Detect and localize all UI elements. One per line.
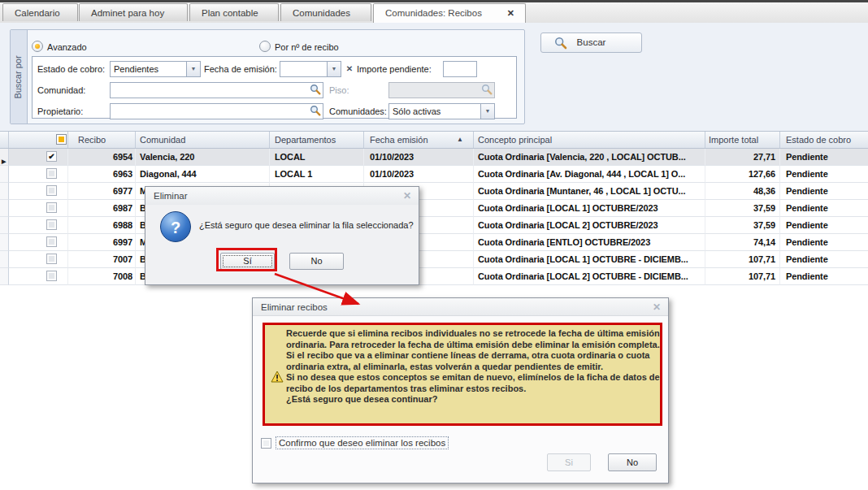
table-row[interactable]: 7008B01/10/2023Cuota Ordinaria [LOCAL 2]… xyxy=(0,268,868,285)
cell-estado: Pendiente xyxy=(780,166,868,183)
cell-estado: Pendiente xyxy=(780,268,868,285)
table-row[interactable]: 6997M01/10/2023Cuota Ordinaria [ENTLO] O… xyxy=(0,234,868,251)
row-checkbox[interactable] xyxy=(46,219,57,230)
chevron-down-icon[interactable]: ▼ xyxy=(480,104,494,119)
row-indicator-cell: ▶ xyxy=(0,149,9,166)
row-checkbox[interactable] xyxy=(46,185,57,196)
tab-calendario[interactable]: Calendario xyxy=(2,3,78,21)
cell-estado: Pendiente xyxy=(780,200,868,217)
radio-selected-icon[interactable] xyxy=(32,41,43,52)
cell-recibo: 6963 xyxy=(68,166,136,183)
header-departamentos[interactable]: Departamentos xyxy=(270,132,364,148)
radio-por-numero-label: Por nº de recibo xyxy=(275,42,339,52)
cell-concepto: Cuota Ordinaria [LOCAL 1] OCTUBRE - DICI… xyxy=(474,251,705,268)
radio-unselected-icon[interactable] xyxy=(259,41,271,52)
row-checkbox[interactable] xyxy=(46,168,57,179)
importe-pendiente-label: Importe pendiente: xyxy=(357,61,432,77)
select-all-checkbox-icon[interactable] xyxy=(56,134,67,145)
row-checkbox-cell[interactable] xyxy=(9,200,68,217)
clear-date-icon[interactable]: ✕ xyxy=(344,63,355,76)
comunidad-label: Comunidad: xyxy=(37,82,85,98)
buscar-button-label: Buscar xyxy=(577,37,606,47)
header-importe[interactable]: Importe total xyxy=(705,132,780,148)
row-checkbox-cell[interactable] xyxy=(9,251,68,268)
buscar-button[interactable]: Buscar xyxy=(540,33,642,53)
no-button[interactable]: No xyxy=(608,453,657,471)
row-checkbox-cell[interactable] xyxy=(9,183,68,200)
header-comunidad[interactable]: Comunidad xyxy=(136,132,270,148)
warning-paragraph: Si no desea que estos conceptos se emita… xyxy=(286,372,660,394)
cell-estado: Pendiente xyxy=(780,183,868,200)
propietario-input[interactable] xyxy=(110,103,323,119)
table-row[interactable]: 6977M01/10/2023Cuota Ordinaria [Muntaner… xyxy=(0,183,868,200)
search-group-label: Buscar por xyxy=(13,55,23,98)
eliminar-recibos-titlebar[interactable]: Eliminar recibos xyxy=(253,298,668,316)
tab-comunidades-recibos[interactable]: Comunidades: Recibos✕ xyxy=(373,3,526,23)
radio-por-numero[interactable]: Por nº de recibo xyxy=(259,41,339,52)
tab-adminet-para-hoy[interactable]: Adminet para hoy xyxy=(79,3,188,21)
cell-estado: Pendiente xyxy=(780,251,868,268)
row-checkbox[interactable] xyxy=(46,236,57,247)
si-button-disabled[interactable]: Si xyxy=(547,453,591,471)
importe-pendiente-input[interactable] xyxy=(443,61,477,77)
confirm-checkbox[interactable] xyxy=(261,438,271,449)
cell-importe: 107,71 xyxy=(705,268,780,285)
cell-importe: 37,59 xyxy=(705,200,780,217)
chevron-down-icon[interactable]: ▼ xyxy=(327,62,341,76)
header-concepto[interactable]: Concepto principal xyxy=(474,132,705,148)
fecha-emision-select[interactable]: ▼ xyxy=(280,61,341,77)
lookup-magnifier-icon[interactable] xyxy=(308,105,322,118)
close-icon[interactable]: ✕ xyxy=(653,298,661,316)
no-button[interactable]: No xyxy=(289,253,344,270)
table-row[interactable]: 6988B01/10/2023Cuota Ordinaria [LOCAL 2]… xyxy=(0,217,868,234)
comunidades-select[interactable]: Sólo activas ▼ xyxy=(388,103,495,119)
row-checkbox[interactable] xyxy=(46,202,57,213)
close-icon[interactable]: ✕ xyxy=(403,187,411,205)
tab-plan-contable[interactable]: Plan contable xyxy=(189,3,279,21)
row-checkbox-cell[interactable] xyxy=(9,234,68,251)
cell-recibo: 6997 xyxy=(68,234,136,251)
row-checkbox-cell[interactable] xyxy=(9,268,68,285)
piso-input xyxy=(388,82,495,98)
cell-importe: 74,14 xyxy=(705,234,780,251)
sort-ascending-icon: ▲ xyxy=(457,132,463,148)
warning-icon xyxy=(271,371,284,384)
comunidad-input[interactable] xyxy=(110,82,323,98)
cell-importe: 48,36 xyxy=(705,183,780,200)
row-checkbox-cell[interactable]: ✔ xyxy=(9,149,68,166)
row-checkbox-cell[interactable] xyxy=(9,166,68,183)
eliminar-dialog-title: Eliminar xyxy=(154,191,188,201)
header-select-all-cell[interactable] xyxy=(9,132,68,148)
tab-comunidades[interactable]: Comunidades xyxy=(280,3,371,21)
row-checkbox[interactable] xyxy=(46,271,57,281)
row-checkbox-checked[interactable]: ✔ xyxy=(46,151,57,162)
table-row[interactable]: 6963Diagonal, 444LOCAL 101/10/2023Cuota … xyxy=(0,166,868,183)
table-row[interactable]: 6987B01/10/2023Cuota Ordinaria [LOCAL 1]… xyxy=(0,200,868,217)
chevron-down-icon[interactable]: ▼ xyxy=(186,62,200,76)
lookup-magnifier-icon[interactable] xyxy=(308,84,322,97)
question-icon: ? xyxy=(160,211,191,242)
row-checkbox-cell[interactable] xyxy=(9,217,68,234)
cell-importe: 37,59 xyxy=(705,217,780,234)
header-recibo[interactable]: Recibo xyxy=(68,132,136,148)
radio-avanzado[interactable]: Avanzado xyxy=(32,41,87,52)
search-panel: Buscar por Avanzado Por nº de recibo Est… xyxy=(10,29,525,124)
cell-importe: 107,71 xyxy=(705,251,780,268)
annotation-highlight-box xyxy=(216,248,277,271)
row-checkbox[interactable] xyxy=(46,254,57,264)
confirm-checkbox-label[interactable]: Confirmo que deseo eliminar los recibos xyxy=(276,436,449,449)
warning-paragraph: Recuerde que si elimina recibos individu… xyxy=(286,328,660,350)
cell-recibo: 6987 xyxy=(68,200,136,217)
table-row[interactable]: ▶✔6954Valencia, 220LOCAL01/10/2023Cuota … xyxy=(0,149,868,166)
search-icon xyxy=(554,37,567,50)
selected-row-arrow-icon: ▶ xyxy=(2,154,6,166)
tab-close-icon[interactable]: ✕ xyxy=(507,4,514,22)
cell-concepto: Cuota Ordinaria [ENTLO] OCTUBRE/2023 xyxy=(474,234,705,251)
header-estado[interactable]: Estado de cobro xyxy=(780,132,868,148)
tab-label: Comunidades xyxy=(293,8,350,18)
eliminar-dialog-titlebar[interactable]: Eliminar xyxy=(145,187,419,205)
table-row[interactable]: 7007B01/10/2023Cuota Ordinaria [LOCAL 1]… xyxy=(0,251,868,268)
estado-cobro-select[interactable]: Pendientes ▼ xyxy=(110,61,201,77)
header-fecha-emision[interactable]: Fecha emisión▲ xyxy=(364,132,474,148)
tab-label: Plan contable xyxy=(202,8,258,18)
